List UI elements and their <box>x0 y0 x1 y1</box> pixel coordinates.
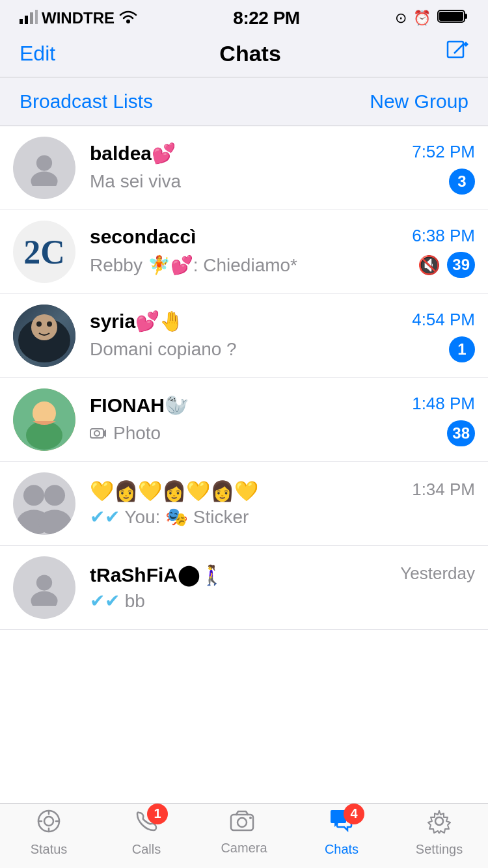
camera-tab-label: Camera <box>221 841 267 856</box>
mute-icon-secondacci: 🔇 <box>418 254 441 276</box>
chat-item-baldea[interactable]: baldea💕 7:52 PM Ma sei viva 3 <box>0 126 488 210</box>
signal-bars <box>20 8 38 29</box>
chat-preview-trashfia: ✔✔ bb <box>90 590 468 612</box>
nav-bar: Edit Chats <box>0 33 488 77</box>
svg-line-9 <box>454 44 463 53</box>
tab-chats[interactable]: 4 Chats <box>293 809 390 857</box>
chat-content-fionah: FIONAH🦭 1:48 PM Photo 38 <box>90 394 475 446</box>
svg-point-20 <box>94 431 100 436</box>
chat-preview-fionah: Photo <box>90 423 441 444</box>
calls-tab-badge: 1 <box>147 804 168 824</box>
tab-calls[interactable]: 1 Calls <box>98 809 195 857</box>
screen-record-icon: ⊙ <box>395 10 407 27</box>
chat-content-group1: 💛👩💛👩💛👩💛 1:34 PM ✔✔ You: 🎭 Sticker <box>90 480 475 528</box>
svg-rect-6 <box>465 14 467 19</box>
svg-point-35 <box>249 817 252 819</box>
chat-content-secondacci: secondaccì 6:38 PM Rebby 🧚💕: Chiediamo* … <box>90 226 475 278</box>
compose-button[interactable] <box>445 39 468 68</box>
chat-time-syria: 4:54 PM <box>412 310 475 330</box>
new-group-button[interactable]: New Group <box>370 90 468 113</box>
chat-meta-syria: 1 <box>449 336 475 362</box>
tab-status[interactable]: Status <box>0 809 98 857</box>
svg-point-13 <box>31 314 57 340</box>
chat-item-group1[interactable]: 💛👩💛👩💛👩💛 1:34 PM ✔✔ You: 🎭 Sticker <box>0 462 488 546</box>
chat-meta-secondacci: 🔇 39 <box>418 252 475 278</box>
settings-tab-icon <box>427 809 452 839</box>
chats-tab-badge: 4 <box>344 804 364 824</box>
chat-name-baldea: baldea💕 <box>90 142 176 165</box>
avatar-fionah <box>13 388 75 451</box>
chat-content-baldea: baldea💕 7:52 PM Ma sei viva 3 <box>90 142 475 195</box>
camera-tab-icon <box>230 810 258 838</box>
actions-bar: Broadcast Lists New Group <box>0 77 488 126</box>
avatar-secondacci: 2C <box>13 221 75 283</box>
svg-point-4 <box>126 20 130 23</box>
wifi-icon <box>118 8 138 29</box>
chat-item-fionah[interactable]: FIONAH🦭 1:48 PM Photo 38 <box>0 378 488 462</box>
status-tab-icon <box>36 809 61 839</box>
svg-point-28 <box>44 817 53 826</box>
chat-item-trashfia[interactable]: tRaShFiA⬤🚶‍♀️ Yesterday ✔✔ bb <box>0 546 488 630</box>
status-icons: ⊙ ⏰ <box>395 8 468 28</box>
chats-tab-icon: 4 <box>328 809 355 839</box>
chat-item-secondacci[interactable]: 2C secondaccì 6:38 PM Rebby 🧚💕: Chiediam… <box>0 210 488 294</box>
settings-tab-label: Settings <box>416 842 463 857</box>
svg-point-11 <box>31 172 57 186</box>
chat-content-trashfia: tRaShFiA⬤🚶‍♀️ Yesterday ✔✔ bb <box>90 563 475 612</box>
unread-badge-secondacci: 39 <box>447 252 475 278</box>
chat-name-fionah: FIONAH🦭 <box>90 394 189 416</box>
page-title: Chats <box>219 41 280 66</box>
chat-preview-secondacci: Rebby 🧚💕: Chiediamo* <box>90 254 411 276</box>
chat-time-secondacci: 6:38 PM <box>412 226 475 246</box>
svg-rect-1 <box>25 16 28 24</box>
alarm-icon: ⏰ <box>413 10 431 27</box>
chat-content-syria: syria💕🤚 4:54 PM Domani copiano ? 1 <box>90 310 475 362</box>
chat-time-group1: 1:34 PM <box>412 480 475 500</box>
unread-badge-baldea: 3 <box>449 169 475 195</box>
svg-rect-3 <box>35 10 38 24</box>
chat-time-baldea: 7:52 PM <box>412 142 475 162</box>
chat-meta-baldea: 3 <box>449 169 475 195</box>
calls-tab-label: Calls <box>132 842 161 857</box>
svg-point-22 <box>44 485 65 506</box>
svg-rect-0 <box>20 19 23 24</box>
battery-icon <box>437 8 468 28</box>
unread-badge-fionah: 38 <box>447 420 475 446</box>
svg-point-36 <box>435 817 443 825</box>
svg-point-15 <box>47 321 52 327</box>
chat-list: baldea💕 7:52 PM Ma sei viva 3 2C seconda… <box>0 126 488 630</box>
chat-preview-baldea: Ma sei viva <box>90 171 442 192</box>
edit-button[interactable]: Edit <box>20 42 55 66</box>
svg-point-26 <box>31 591 57 606</box>
calls-tab-icon: 1 <box>134 809 159 839</box>
status-bar: WINDTRE 8:22 PM ⊙ ⏰ <box>0 0 488 33</box>
tab-settings[interactable]: Settings <box>390 809 488 857</box>
chat-preview-syria: Domani copiano ? <box>90 339 442 360</box>
chats-tab-label: Chats <box>325 842 359 857</box>
chat-meta-fionah: 38 <box>447 420 475 446</box>
svg-rect-2 <box>30 12 33 24</box>
svg-point-34 <box>237 818 247 827</box>
tab-camera[interactable]: Camera <box>195 810 293 856</box>
avatar-baldea <box>13 137 75 199</box>
chat-name-syria: syria💕🤚 <box>90 310 183 332</box>
chat-item-syria[interactable]: syria💕🤚 4:54 PM Domani copiano ? 1 <box>0 294 488 378</box>
status-tab-label: Status <box>31 842 68 857</box>
svg-point-21 <box>23 485 44 506</box>
tab-bar: Status 1 Calls Camera <box>0 803 488 868</box>
svg-rect-7 <box>439 12 463 21</box>
svg-rect-8 <box>448 42 463 57</box>
unread-badge-syria: 1 <box>449 336 475 362</box>
avatar-group1 <box>13 472 75 535</box>
svg-point-18 <box>26 421 62 450</box>
svg-point-10 <box>36 155 52 170</box>
broadcast-lists-button[interactable]: Broadcast Lists <box>20 90 153 113</box>
chat-preview-group1: ✔✔ You: 🎭 Sticker <box>90 506 468 528</box>
chat-time-trashfia: Yesterday <box>400 563 475 584</box>
svg-point-24 <box>38 510 71 535</box>
chat-name-trashfia: tRaShFiA⬤🚶‍♀️ <box>90 563 224 586</box>
avatar-syria <box>13 305 75 367</box>
svg-point-14 <box>36 321 42 327</box>
carrier-name: WINDTRE <box>42 9 115 27</box>
chat-name-group1: 💛👩💛👩💛👩💛 <box>90 480 258 502</box>
